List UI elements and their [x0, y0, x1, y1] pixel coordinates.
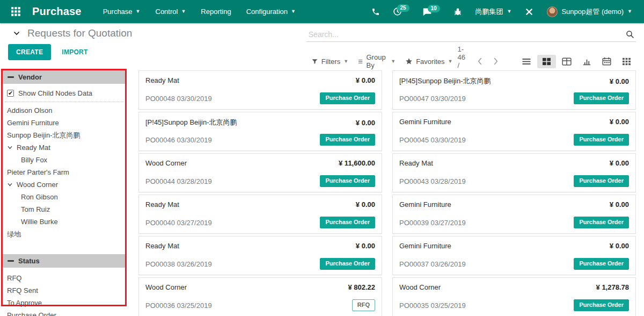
purchase-order-card[interactable]: Ready Mat ¥ 0.00 PO00040 03/27/2019 Purc…	[138, 195, 382, 234]
chevron-down-icon[interactable]	[7, 182, 13, 188]
pivot-view-icon[interactable]	[557, 55, 576, 68]
status-filter-item[interactable]: To Approve	[3, 297, 125, 309]
apps-grid-icon-svg	[11, 7, 20, 16]
create-button[interactable]: CREATE	[8, 44, 51, 60]
search-input[interactable]	[308, 30, 625, 39]
tools-icon[interactable]	[520, 4, 538, 19]
vendor-section-header[interactable]: Vendor	[3, 70, 125, 84]
purchase-order-card[interactable]: Ready Mat ¥ 0.00 PO00043 03/28/2019 Purc…	[392, 153, 636, 192]
import-button[interactable]: IMPORT	[55, 44, 94, 60]
vendor-filter-item[interactable]: 绿地	[3, 228, 125, 240]
purchase-order-card[interactable]: Gemini Furniture ¥ 0.00 PO00039 03/27/20…	[392, 195, 636, 234]
card-amount: ¥ 11,600.00	[339, 159, 375, 167]
status-filter-item[interactable]: RFQ	[3, 272, 125, 284]
activity-clock-icon[interactable]: 25	[388, 4, 407, 19]
purchase-order-card[interactable]: Wood Corner ¥ 11,600.00 PO00044 03/28/20…	[138, 153, 382, 192]
card-vendor-name: Wood Corner	[145, 283, 187, 291]
purchase-order-card[interactable]: Wood Corner ¥ 1,278.78 PO00035 03/25/201…	[392, 277, 636, 316]
purchase-order-card[interactable]: Wood Corner ¥ 802.22 PO00036 03/25/2019 …	[138, 277, 382, 316]
card-status-badge: Purchase Order	[320, 134, 375, 146]
search-icon[interactable]	[625, 30, 635, 39]
debug-bug-icon[interactable]	[449, 4, 467, 19]
topbar-menu[interactable]: Reporting ▼	[194, 4, 237, 19]
card-amount: ¥ 0.00	[610, 118, 629, 126]
pager-next-icon[interactable]	[489, 55, 503, 67]
vendor-filter-label: Tom Ruiz	[21, 205, 50, 213]
card-vendor-name: Gemini Furniture	[399, 242, 451, 250]
group-by-icon	[358, 58, 363, 65]
kanban-view-icon[interactable]	[537, 55, 556, 68]
apps-grid-icon[interactable]	[6, 3, 25, 21]
list-view-icon[interactable]	[517, 55, 536, 68]
vendor-filter-item[interactable]: Ready Mat	[3, 141, 125, 154]
card-reference-date: PO00043 03/28/2019	[399, 177, 466, 185]
user-menu[interactable]: Sunpop超管 (demo) ▼	[541, 3, 638, 20]
vendor-filter-label: Gemini Furniture	[7, 119, 59, 127]
vendor-section-title: Vendor	[18, 73, 42, 81]
purchase-order-card[interactable]: Ready Mat ¥ 0.00 PO00048 03/30/2019 Purc…	[138, 70, 382, 110]
purchase-order-card[interactable]: Ready Mat ¥ 0.00 PO00038 03/26/2019 Purc…	[138, 236, 382, 275]
activity-view-icon[interactable]	[617, 55, 636, 68]
vendor-filter-item[interactable]: Pieter Parter's Farm	[3, 166, 125, 178]
vendor-filter-item[interactable]: Willie Burke	[3, 216, 125, 228]
vendor-filter-label: Ron Gibson	[21, 193, 58, 201]
graph-view-icon[interactable]	[577, 55, 596, 68]
search-bar	[306, 28, 636, 42]
vendor-filter-label: Wood Corner	[17, 181, 58, 189]
filters-button[interactable]: Filters ▼	[306, 55, 353, 68]
topbar-menu[interactable]: Configuration ▼	[240, 4, 302, 19]
card-status-badge: Purchase Order	[574, 175, 629, 187]
pager-previous-icon[interactable]	[473, 55, 487, 67]
favorites-button[interactable]: Favorites ▼	[400, 55, 457, 68]
vendor-filter-item[interactable]: Sunpop Beijin-北京尚鹏	[3, 129, 125, 141]
chevron-down-icon[interactable]	[7, 145, 13, 150]
card-reference-date: PO00046 03/30/2019	[145, 136, 212, 144]
status-filter-item[interactable]: RFQ Sent	[3, 284, 125, 297]
card-reference-date: PO00039 03/27/2019	[399, 219, 466, 227]
vendor-filter-item[interactable]: Gemini Furniture	[3, 117, 125, 129]
purchase-order-card[interactable]: Gemini Furniture ¥ 0.00 PO00045 03/30/20…	[392, 112, 636, 151]
breadcrumb-chevron-icon[interactable]	[12, 29, 21, 38]
phone-icon[interactable]	[367, 4, 385, 19]
topbar-menu-label: Reporting	[201, 8, 231, 16]
card-status-badge: Purchase Order	[320, 217, 375, 228]
vendor-filter-item[interactable]: Ron Gibson	[3, 191, 125, 203]
vendor-filter-item[interactable]: Billy Fox	[3, 154, 125, 166]
topbar-menu[interactable]: Purchase ▼	[97, 4, 147, 19]
vendor-filter-item[interactable]: Tom Ruiz	[3, 203, 125, 216]
card-amount: ¥ 802.22	[348, 283, 375, 291]
kanban-view: Ready Mat ¥ 0.00 PO00048 03/30/2019 Purc…	[129, 67, 644, 316]
control-panel: Requests for Quotation CREATE IMPORT Fil…	[0, 23, 644, 67]
vendor-filter-item[interactable]: Addison Olson	[3, 104, 125, 117]
card-reference-date: PO00044 03/28/2019	[145, 177, 212, 185]
purchase-order-card[interactable]: Gemini Furniture ¥ 0.00 PO00037 03/26/20…	[392, 236, 636, 275]
card-status-badge: Purchase Order	[574, 134, 629, 146]
topbar-menu[interactable]: Control ▼	[149, 4, 193, 19]
filter-sidebar: Vendor ✔ Show Child Nodes Data Addison O…	[0, 67, 129, 316]
card-status-badge: Purchase Order	[320, 258, 375, 270]
company-switcher[interactable]: 尚鹏集团 ▼	[470, 4, 517, 20]
card-reference-date: PO00038 03/26/2019	[145, 260, 212, 268]
collapse-minus-icon	[8, 76, 14, 78]
breadcrumb: Requests for Quotation	[8, 27, 306, 39]
purchase-order-card[interactable]: [P!45]Sunpop Beijin-北京尚鹏 ¥ 0.00 PO00047 …	[392, 70, 636, 110]
chevron-down-icon: ▼	[507, 9, 512, 14]
messages-icon[interactable]: 10	[418, 4, 437, 19]
show-child-nodes-checkbox[interactable]: ✔ Show Child Nodes Data	[7, 89, 125, 97]
avatar	[547, 6, 558, 17]
purchase-order-card[interactable]: [P!45]Sunpop Beijin-北京尚鹏 ¥ 0.00 PO00046 …	[138, 112, 382, 151]
card-amount: ¥ 0.00	[356, 119, 375, 127]
card-status-badge: Purchase Order	[574, 258, 629, 270]
card-vendor-name: [P!45]Sunpop Beijin-北京尚鹏	[145, 118, 237, 127]
top-navbar: Purchase Purchase ▼ Control ▼ Reporting …	[0, 0, 644, 23]
status-section-header[interactable]: Status	[3, 254, 125, 268]
card-vendor-name: Ready Mat	[145, 76, 179, 84]
status-filter-item[interactable]: Purchase Order	[3, 309, 125, 316]
chevron-down-icon: ▼	[391, 59, 396, 64]
cards-grid: Ready Mat ¥ 0.00 PO00048 03/30/2019 Purc…	[138, 70, 636, 316]
filters-label: Filters	[321, 58, 340, 66]
vendor-filter-item[interactable]: Wood Corner	[3, 178, 125, 191]
user-name: Sunpop超管 (demo)	[561, 7, 624, 17]
card-amount: ¥ 0.00	[356, 76, 375, 84]
status-item-list: RFQRFQ SentTo ApprovePurchase Order	[3, 272, 125, 316]
